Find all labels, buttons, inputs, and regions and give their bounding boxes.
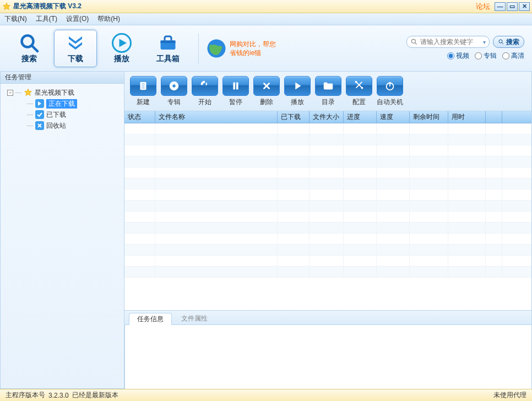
table-row[interactable] <box>124 156 531 167</box>
col-progress[interactable]: 进度 <box>344 111 377 123</box>
table-body[interactable] <box>124 123 531 310</box>
toolbox-icon <box>158 33 178 53</box>
download-tab[interactable]: 下载 <box>54 30 97 67</box>
search-input[interactable] <box>420 38 481 46</box>
close-button[interactable]: ✕ <box>519 2 530 11</box>
task-table: 状态 文件名称 已下载 文件大小 进度 速度 剩余时间 用时 <box>124 111 531 311</box>
menu-download[interactable]: 下载(N) <box>4 14 27 24</box>
arrow-right-icon <box>35 99 44 108</box>
col-extra[interactable] <box>486 111 502 123</box>
sidebar-header: 任务管理 <box>1 72 124 84</box>
search-area: ▾ 搜索 视频 专辑 高清 <box>406 36 524 61</box>
promo-banner[interactable]: 网购对比，帮您 省钱的ie猫 <box>207 39 276 58</box>
svg-line-7 <box>415 43 417 45</box>
play-tab[interactable]: 播放 <box>100 30 143 67</box>
search-input-wrapper: ▾ <box>406 36 490 48</box>
version-label: 主程序版本号 <box>6 391 45 400</box>
tree-root-label: 星光视频下载 <box>35 88 74 97</box>
task-tree: − 星光视频下载 正在下载 已下载 回收站 <box>1 84 124 134</box>
table-row[interactable] <box>124 234 531 245</box>
table-row[interactable] <box>124 201 531 212</box>
col-status[interactable]: 状态 <box>124 111 155 123</box>
menu-tools[interactable]: 工具(T) <box>36 14 57 24</box>
tab-file-props[interactable]: 文件属性 <box>173 312 216 324</box>
menubar: 下载(N) 工具(T) 设置(O) 帮助(H) <box>0 13 532 25</box>
toolbox-tab-label: 工具箱 <box>156 54 180 64</box>
right-panel: 新建 专辑 开始 暂停 删除 播放 目录 配置 自动关机 状态 文件名称 已下载… <box>124 72 532 389</box>
svg-point-22 <box>361 86 363 89</box>
table-row[interactable] <box>124 123 531 134</box>
table-row[interactable] <box>124 267 531 278</box>
tree-item-downloaded[interactable]: 已下载 <box>3 109 122 120</box>
divider <box>198 33 199 64</box>
search-button[interactable]: 搜索 <box>493 36 524 48</box>
col-remaining[interactable]: 剩余时间 <box>410 111 448 123</box>
table-row[interactable] <box>124 134 531 145</box>
table-row[interactable] <box>124 167 531 178</box>
tree-item-label: 回收站 <box>46 121 66 131</box>
radio-hd[interactable]: 高清 <box>502 51 524 61</box>
play-icon <box>112 33 132 53</box>
tab-task-info[interactable]: 任务信息 <box>129 313 172 325</box>
table-row[interactable] <box>124 245 531 256</box>
tree-root[interactable]: − 星光视频下载 <box>3 87 122 98</box>
start-button[interactable]: 开始 <box>192 76 218 107</box>
search-button-icon <box>498 39 504 45</box>
shutdown-button[interactable]: 自动关机 <box>377 76 403 107</box>
forum-link[interactable]: 论坛 <box>476 2 490 12</box>
svg-rect-19 <box>233 82 235 89</box>
col-elapsed[interactable]: 用时 <box>448 111 486 123</box>
config-button[interactable]: 配置 <box>346 76 372 107</box>
search-icon <box>19 33 39 53</box>
pause-button[interactable]: 暂停 <box>222 76 249 107</box>
svg-line-1 <box>32 45 38 51</box>
table-row[interactable] <box>124 189 531 201</box>
svg-point-6 <box>411 39 415 43</box>
table-row[interactable] <box>124 256 531 267</box>
radio-video[interactable]: 视频 <box>447 51 469 61</box>
col-speed[interactable]: 速度 <box>377 111 410 123</box>
table-row[interactable] <box>124 178 531 189</box>
search-dropdown-icon[interactable]: ▾ <box>483 39 486 45</box>
star-icon <box>24 88 32 97</box>
check-icon <box>35 110 44 119</box>
delete-button[interactable]: 删除 <box>253 76 280 107</box>
svg-rect-20 <box>236 82 238 89</box>
menu-settings[interactable]: 设置(O) <box>66 14 89 24</box>
tab-content <box>124 325 531 389</box>
app-title: 星光高清视频下载 V3.2 <box>13 2 82 11</box>
svg-point-18 <box>172 84 176 88</box>
radio-album[interactable]: 专辑 <box>475 51 497 61</box>
bottom-panel: 任务信息 文件属性 <box>124 311 531 389</box>
search-radios: 视频 专辑 高清 <box>447 51 524 61</box>
search-tab[interactable]: 搜索 <box>8 30 51 67</box>
play-tab-label: 播放 <box>114 54 129 64</box>
titlebar: 星光高清视频下载 V3.2 论坛 — ▭ ✕ <box>0 0 532 13</box>
new-button[interactable]: 新建 <box>130 76 156 107</box>
menu-help[interactable]: 帮助(H) <box>97 14 120 24</box>
table-row[interactable] <box>124 145 531 156</box>
x-icon <box>35 121 44 130</box>
minimize-button[interactable]: — <box>495 2 506 11</box>
toolbox-tab[interactable]: 工具箱 <box>146 30 189 67</box>
col-downloaded[interactable]: 已下载 <box>278 111 310 123</box>
directory-button[interactable]: 目录 <box>315 76 341 107</box>
latest-status: 已经是最新版本 <box>72 391 118 400</box>
maximize-button[interactable]: ▭ <box>507 2 518 11</box>
svg-line-9 <box>502 43 504 45</box>
search-tab-label: 搜索 <box>21 54 37 64</box>
svg-rect-4 <box>161 40 176 43</box>
tree-item-downloading[interactable]: 正在下载 <box>3 98 122 109</box>
col-filesize[interactable]: 文件大小 <box>310 111 344 123</box>
search-input-icon <box>410 38 418 46</box>
album-button[interactable]: 专辑 <box>161 76 187 107</box>
statusbar: 主程序版本号 3.2.3.0 已经是最新版本 未使用代理 <box>0 389 532 401</box>
table-row[interactable] <box>124 223 531 234</box>
action-toolbar: 新建 专辑 开始 暂停 删除 播放 目录 配置 自动关机 <box>124 72 531 111</box>
col-filename[interactable]: 文件名称 <box>155 111 278 123</box>
tree-item-recycle[interactable]: 回收站 <box>3 120 122 131</box>
tree-toggle-icon[interactable]: − <box>7 90 13 96</box>
play-button[interactable]: 播放 <box>284 76 311 107</box>
table-row[interactable] <box>124 212 531 223</box>
globe-icon <box>207 39 226 58</box>
